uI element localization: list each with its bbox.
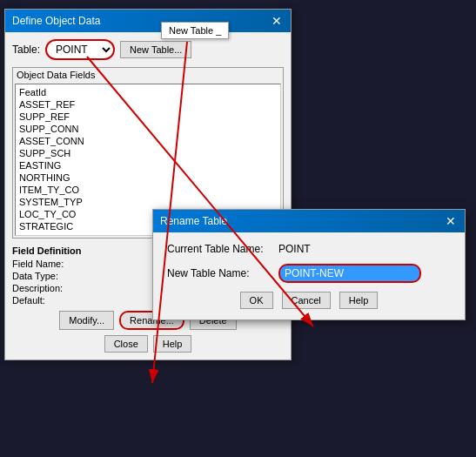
list-item[interactable]: ASSET_REF bbox=[17, 98, 278, 111]
current-table-label: Current Table Name: bbox=[167, 243, 272, 255]
main-dialog-title: Define Object Data bbox=[12, 15, 100, 27]
main-dialog-titlebar: Define Object Data ✕ bbox=[5, 10, 291, 32]
new-table-name-label: New Table Name: bbox=[167, 267, 272, 279]
rename-dialog-body: Current Table Name: POINT New Table Name… bbox=[153, 232, 465, 319]
new-table-button[interactable]: New Table... bbox=[120, 41, 191, 58]
default-label: Default: bbox=[12, 295, 73, 306]
table-row-area: Table: POINT New Table... bbox=[12, 39, 284, 60]
field-name-label: Field Name: bbox=[12, 259, 73, 269]
new-table-row: New Table Name: bbox=[167, 264, 451, 283]
current-table-value: POINT bbox=[278, 243, 311, 255]
new-table-name-input[interactable] bbox=[278, 264, 421, 283]
list-item[interactable]: FeatId bbox=[17, 86, 278, 98]
list-item[interactable]: NORTHING bbox=[17, 171, 278, 184]
list-item[interactable]: SYSTEM_TYP bbox=[17, 196, 278, 208]
list-item[interactable]: EASTING bbox=[17, 159, 278, 171]
list-item[interactable]: SUPP_REF bbox=[17, 111, 278, 123]
modify-button[interactable]: Modify... bbox=[59, 311, 114, 330]
current-table-row: Current Table Name: POINT bbox=[167, 243, 451, 255]
data-type-label: Data Type: bbox=[12, 271, 73, 281]
new-table-hint: New Table _ bbox=[161, 22, 229, 39]
rename-help-button[interactable]: Help bbox=[339, 292, 379, 309]
rename-dialog: Rename Table ✕ Current Table Name: POINT… bbox=[152, 209, 466, 320]
rename-dialog-title: Rename Table bbox=[160, 215, 227, 227]
list-item[interactable]: SUPP_CONN bbox=[17, 123, 278, 135]
rename-dialog-buttons: OK Cancel Help bbox=[167, 292, 451, 309]
rename-dialog-titlebar: Rename Table ✕ bbox=[153, 210, 465, 232]
help-button[interactable]: Help bbox=[153, 335, 192, 353]
close-button[interactable]: Close bbox=[104, 335, 148, 353]
list-item[interactable]: ASSET_CONN bbox=[17, 135, 278, 147]
main-dialog-close-button[interactable]: ✕ bbox=[270, 14, 284, 28]
table-select[interactable]: POINT bbox=[45, 39, 115, 60]
list-item[interactable]: ITEM_TY_CO bbox=[17, 184, 278, 196]
table-label: Table: bbox=[12, 44, 40, 56]
fields-label: Object Data Fields bbox=[13, 68, 283, 82]
rename-dialog-close-button[interactable]: ✕ bbox=[444, 214, 458, 228]
rename-cancel-button[interactable]: Cancel bbox=[282, 292, 331, 309]
list-item[interactable]: SUPP_SCH bbox=[17, 147, 278, 159]
rename-ok-button[interactable]: OK bbox=[240, 292, 273, 309]
close-buttons: Close Help bbox=[12, 335, 284, 353]
description-label: Description: bbox=[12, 283, 73, 293]
